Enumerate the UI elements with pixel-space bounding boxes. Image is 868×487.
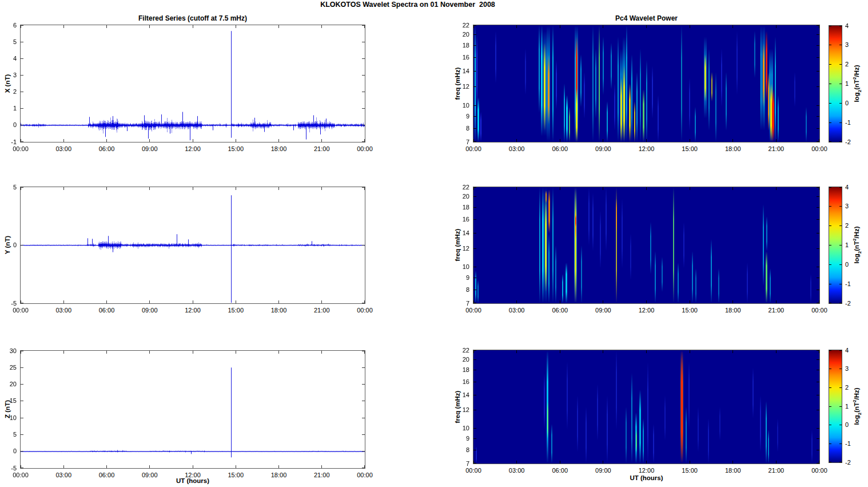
tick-label: 15	[0, 397, 17, 405]
spectral-streak	[772, 89, 774, 142]
spectral-streak	[592, 25, 594, 142]
tick-mark	[817, 303, 819, 303]
tick-mark	[473, 350, 476, 351]
tick-mark	[106, 139, 107, 142]
colorbar-label-1: log2(nT2/Hz)	[852, 65, 862, 102]
tick-mark	[362, 125, 365, 125]
spectral-streak	[646, 60, 647, 142]
tick-mark	[473, 86, 476, 87]
tick-label: 8	[452, 446, 469, 454]
tick-mark	[21, 367, 23, 368]
tick-mark	[560, 187, 560, 190]
tick-mark	[690, 350, 690, 353]
tick-mark	[473, 248, 476, 249]
tick-mark	[21, 125, 23, 125]
tick-mark	[829, 187, 831, 188]
tick-mark	[21, 58, 23, 59]
spectral-streak	[475, 271, 476, 303]
tick-label: 00:00	[351, 307, 379, 314]
spectral-streak	[810, 274, 811, 303]
spectral-streak	[658, 95, 659, 142]
tick-mark	[516, 187, 517, 190]
tick-mark	[149, 300, 150, 303]
tick-label: 2	[0, 88, 17, 96]
x-axis-label-right: UT (hours)	[473, 474, 819, 481]
tick-label: -1	[845, 280, 851, 288]
tick-mark	[473, 410, 476, 410]
tick-mark	[732, 187, 733, 190]
tick-mark	[362, 25, 365, 26]
tick-mark	[817, 128, 819, 129]
spectral-streak	[806, 107, 807, 142]
tick-mark	[839, 245, 842, 246]
tick-mark	[646, 350, 647, 353]
tick-label: 9	[452, 435, 469, 442]
tick-mark	[839, 206, 842, 207]
tick-mark	[776, 461, 777, 464]
spectral-streak	[622, 199, 623, 268]
colorbar-label-3: log2(nT2/Hz)	[852, 387, 862, 425]
spectral-streak	[556, 60, 557, 109]
tick-mark	[732, 350, 733, 353]
tick-mark	[817, 278, 819, 278]
tick-mark	[690, 25, 690, 28]
tick-mark	[839, 303, 842, 303]
tick-label: -1	[845, 119, 851, 126]
tick-mark	[817, 382, 819, 382]
spectral-streak	[692, 251, 693, 303]
spectral-streak	[495, 31, 496, 84]
tick-mark	[817, 57, 819, 58]
spectral-streak	[544, 373, 545, 430]
spectral-streak	[747, 263, 748, 303]
tick-label: 15:00	[221, 145, 250, 153]
tick-mark	[817, 438, 819, 439]
tick-mark	[829, 141, 831, 142]
tick-label: 18:00	[719, 467, 747, 474]
tick-mark	[817, 267, 819, 267]
tick-mark	[516, 350, 517, 353]
tick-mark	[473, 25, 476, 26]
tick-mark	[149, 139, 150, 142]
spectral-streak	[544, 43, 546, 130]
tick-mark	[829, 462, 831, 462]
spectral-streak	[766, 401, 767, 464]
tick-mark	[817, 428, 819, 429]
tick-mark	[817, 410, 819, 410]
tick-label: 10	[452, 425, 469, 432]
spectral-streak	[640, 49, 641, 142]
spectral-streak	[620, 78, 622, 142]
tick-mark	[839, 350, 842, 351]
tick-mark	[321, 465, 322, 468]
tick-mark	[362, 75, 365, 76]
tick-label: 15:00	[675, 145, 704, 153]
tick-mark	[236, 465, 236, 468]
spectral-streak	[618, 37, 619, 142]
tick-mark	[732, 25, 733, 28]
tick-mark	[473, 34, 476, 35]
tick-label: 18:00	[719, 307, 747, 314]
tick-mark	[839, 387, 842, 388]
spectral-streak	[683, 222, 684, 268]
tick-mark	[473, 141, 476, 142]
spectral-streak	[704, 54, 706, 101]
tick-label: 12	[452, 245, 469, 252]
spectral-streak	[603, 37, 604, 95]
tick-label: -2	[845, 459, 851, 466]
tick-label: 18:00	[265, 145, 293, 153]
colorbar-x	[829, 26, 842, 142]
tick-mark	[776, 300, 777, 303]
spectral-streak	[688, 362, 690, 430]
tick-mark	[817, 359, 819, 360]
tick-label: 09:00	[136, 307, 164, 314]
spectral-streak	[477, 280, 479, 303]
spectral-streak	[546, 191, 547, 203]
spectral-streak	[718, 268, 719, 303]
tick-label: 00:00	[459, 467, 488, 474]
tick-mark	[817, 45, 819, 46]
spectral-streak	[607, 395, 608, 464]
tick-label: 03:00	[503, 467, 531, 474]
tick-mark	[473, 359, 476, 360]
tick-label: 7	[452, 300, 469, 307]
tick-mark	[646, 25, 647, 28]
tick-mark	[106, 25, 107, 28]
